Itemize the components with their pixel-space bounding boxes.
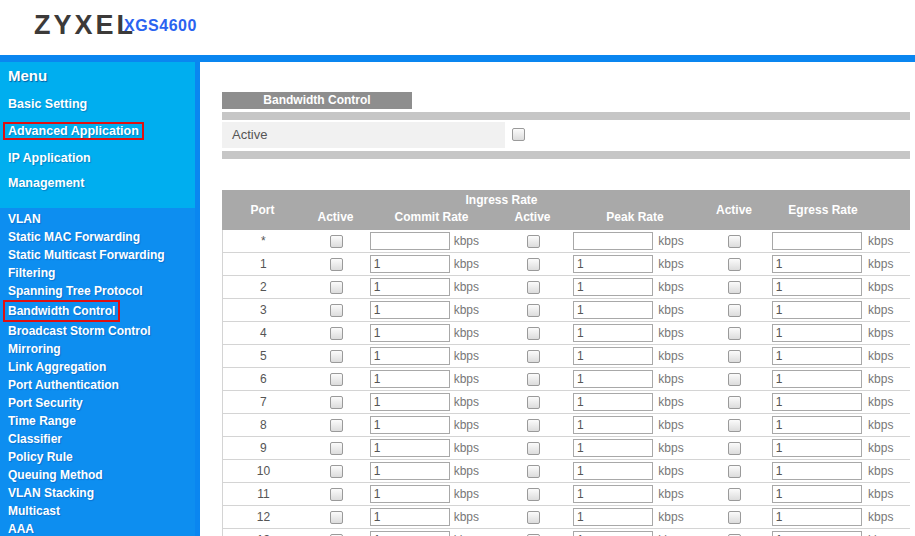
global-active-checkbox[interactable] — [512, 128, 525, 141]
commit-rate-input-port-10[interactable] — [370, 462, 450, 480]
sidebar-item-advanced-application[interactable]: Advanced Application — [8, 122, 195, 140]
commit-rate-input-port-4[interactable] — [370, 324, 450, 342]
peak-rate-input-port-11[interactable] — [573, 485, 653, 503]
ingress-peak-active-checkbox-port-5[interactable] — [527, 350, 540, 363]
sidebar-item-policy-rule[interactable]: Policy Rule — [0, 448, 195, 466]
commit-rate-input-port-12[interactable] — [370, 508, 450, 526]
sidebar-item-queuing-method[interactable]: Queuing Method — [0, 466, 195, 484]
sidebar-item-time-range[interactable]: Time Range — [0, 412, 195, 430]
ingress-commit-active-checkbox-port-9[interactable] — [330, 442, 343, 455]
ingress-commit-active-checkbox-port-4[interactable] — [330, 327, 343, 340]
egress-rate-input-port-2[interactable] — [772, 278, 862, 296]
ingress-peak-active-checkbox-port-11[interactable] — [527, 488, 540, 501]
sidebar-item-link-aggregation[interactable]: Link Aggregation — [0, 358, 195, 376]
egress-rate-input-port-3[interactable] — [772, 301, 862, 319]
egress-rate-input-port-6[interactable] — [772, 370, 862, 388]
egress-active-checkbox-port-1[interactable] — [728, 258, 741, 271]
sidebar-item-broadcast-storm-control[interactable]: Broadcast Storm Control — [0, 322, 195, 340]
peak-rate-input-port-1[interactable] — [573, 255, 653, 273]
egress-active-checkbox-port-7[interactable] — [728, 396, 741, 409]
egress-rate-input-port-10[interactable] — [772, 462, 862, 480]
egress-active-checkbox-port-4[interactable] — [728, 327, 741, 340]
ingress-peak-active-checkbox-port-4[interactable] — [527, 327, 540, 340]
sidebar-item-static-multicast-forwarding[interactable]: Static Multicast Forwarding — [0, 246, 195, 264]
ingress-commit-active-checkbox-port-8[interactable] — [330, 419, 343, 432]
egress-active-checkbox-port-2[interactable] — [728, 281, 741, 294]
commit-rate-input-port-1[interactable] — [370, 255, 450, 273]
ingress-peak-active-checkbox-port-2[interactable] — [527, 281, 540, 294]
commit-rate-input-port-*[interactable] — [370, 232, 450, 250]
ingress-commit-active-checkbox-port-7[interactable] — [330, 396, 343, 409]
peak-rate-input-port-10[interactable] — [573, 462, 653, 480]
sidebar-item-ip-application[interactable]: IP Application — [8, 151, 195, 165]
peak-rate-input-port-3[interactable] — [573, 301, 653, 319]
peak-rate-input-port-2[interactable] — [573, 278, 653, 296]
egress-active-checkbox-port-12[interactable] — [728, 511, 741, 524]
sidebar-item-mirroring[interactable]: Mirroring — [0, 340, 195, 358]
egress-rate-input-port-12[interactable] — [772, 508, 862, 526]
peak-rate-input-port-12[interactable] — [573, 508, 653, 526]
tab-bandwidth-control[interactable]: Bandwidth Control — [222, 92, 412, 109]
sidebar-item-spanning-tree-protocol[interactable]: Spanning Tree Protocol — [0, 282, 195, 300]
egress-rate-input-port-1[interactable] — [772, 255, 862, 273]
commit-rate-input-port-5[interactable] — [370, 347, 450, 365]
egress-active-checkbox-port-8[interactable] — [728, 419, 741, 432]
peak-rate-input-port-4[interactable] — [573, 324, 653, 342]
peak-rate-input-port-8[interactable] — [573, 416, 653, 434]
ingress-peak-active-checkbox-port-6[interactable] — [527, 373, 540, 386]
peak-rate-input-port-7[interactable] — [573, 393, 653, 411]
ingress-peak-active-checkbox-port-1[interactable] — [527, 258, 540, 271]
ingress-commit-active-checkbox-port-11[interactable] — [330, 488, 343, 501]
egress-active-checkbox-port-9[interactable] — [728, 442, 741, 455]
commit-rate-input-port-9[interactable] — [370, 439, 450, 457]
commit-rate-input-port-13[interactable] — [370, 531, 450, 536]
sidebar-item-multicast[interactable]: Multicast — [0, 502, 195, 520]
egress-rate-input-port-*[interactable] — [772, 232, 862, 250]
sidebar-item-port-authentication[interactable]: Port Authentication — [0, 376, 195, 394]
egress-active-checkbox-port-6[interactable] — [728, 373, 741, 386]
sidebar-item-bandwidth-control[interactable]: Bandwidth Control — [0, 300, 195, 322]
sidebar-item-port-security[interactable]: Port Security — [0, 394, 195, 412]
sidebar-item-static-mac-forwarding[interactable]: Static MAC Forwarding — [0, 228, 195, 246]
egress-active-checkbox-port-10[interactable] — [728, 465, 741, 478]
ingress-peak-active-checkbox-port-10[interactable] — [527, 465, 540, 478]
sidebar-item-classifier[interactable]: Classifier — [0, 430, 195, 448]
peak-rate-input-port-9[interactable] — [573, 439, 653, 457]
commit-rate-input-port-11[interactable] — [370, 485, 450, 503]
ingress-commit-active-checkbox-port-*[interactable] — [330, 235, 343, 248]
egress-rate-input-port-9[interactable] — [772, 439, 862, 457]
ingress-peak-active-checkbox-port-7[interactable] — [527, 396, 540, 409]
egress-rate-input-port-7[interactable] — [772, 393, 862, 411]
sidebar-item-management[interactable]: Management — [8, 176, 195, 190]
commit-rate-input-port-2[interactable] — [370, 278, 450, 296]
commit-rate-input-port-7[interactable] — [370, 393, 450, 411]
ingress-commit-active-checkbox-port-3[interactable] — [330, 304, 343, 317]
commit-rate-input-port-6[interactable] — [370, 370, 450, 388]
ingress-peak-active-checkbox-port-9[interactable] — [527, 442, 540, 455]
egress-active-checkbox-port-11[interactable] — [728, 488, 741, 501]
commit-rate-input-port-8[interactable] — [370, 416, 450, 434]
sidebar-item-aaa[interactable]: AAA — [0, 520, 195, 536]
sidebar-item-vlan[interactable]: VLAN — [0, 210, 195, 228]
sidebar-item-vlan-stacking[interactable]: VLAN Stacking — [0, 484, 195, 502]
ingress-peak-active-checkbox-port-3[interactable] — [527, 304, 540, 317]
peak-rate-input-port-*[interactable] — [573, 232, 653, 250]
ingress-peak-active-checkbox-port-*[interactable] — [527, 235, 540, 248]
egress-rate-input-port-5[interactable] — [772, 347, 862, 365]
commit-rate-input-port-3[interactable] — [370, 301, 450, 319]
sidebar-item-basic-setting[interactable]: Basic Setting — [8, 97, 195, 111]
peak-rate-input-port-13[interactable] — [573, 531, 653, 536]
egress-rate-input-port-13[interactable] — [772, 531, 862, 536]
ingress-peak-active-checkbox-port-8[interactable] — [527, 419, 540, 432]
egress-active-checkbox-port-*[interactable] — [728, 235, 741, 248]
egress-rate-input-port-8[interactable] — [772, 416, 862, 434]
ingress-commit-active-checkbox-port-6[interactable] — [330, 373, 343, 386]
peak-rate-input-port-6[interactable] — [573, 370, 653, 388]
egress-active-checkbox-port-5[interactable] — [728, 350, 741, 363]
sidebar-item-filtering[interactable]: Filtering — [0, 264, 195, 282]
ingress-peak-active-checkbox-port-12[interactable] — [527, 511, 540, 524]
peak-rate-input-port-5[interactable] — [573, 347, 653, 365]
egress-rate-input-port-11[interactable] — [772, 485, 862, 503]
egress-active-checkbox-port-3[interactable] — [728, 304, 741, 317]
ingress-commit-active-checkbox-port-1[interactable] — [330, 258, 343, 271]
